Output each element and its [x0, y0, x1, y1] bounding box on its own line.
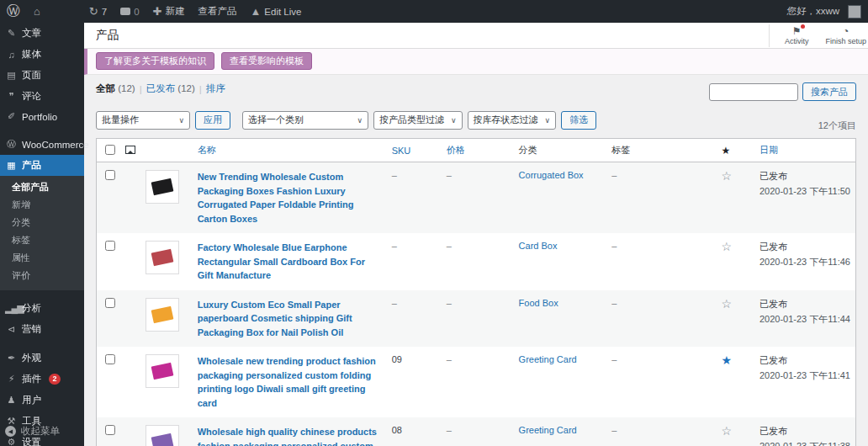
sku-value: – [392, 241, 397, 251]
submenu-item[interactable]: 标签 [0, 231, 84, 249]
view-all-label: 全部 [96, 83, 115, 93]
bulk-action-select[interactable]: 批量操作 ∨ [96, 111, 190, 130]
plus-icon: ✚ [153, 6, 162, 17]
featured-star-outline-icon[interactable]: ☆ [722, 169, 733, 183]
submenu-item[interactable]: 新增 [0, 196, 84, 214]
updates-icon: ↻ [89, 6, 98, 17]
sidebar-item-comments[interactable]: ❞评论 [0, 86, 84, 107]
sidebar-item-users[interactable]: ♟用户 [0, 390, 84, 411]
category-filter-select[interactable]: 选择一个类别 ∨ [242, 111, 368, 130]
table-header-row: 名称 SKU 价格 分类 标签 ★ 日期 [97, 139, 856, 162]
media-icon: ♫ [5, 50, 17, 60]
column-featured-star-icon: ★ [717, 139, 754, 162]
row-checkbox[interactable] [105, 354, 115, 364]
view-products-link[interactable]: 查看产品 [191, 0, 243, 23]
products-table: 名称 SKU 价格 分类 标签 ★ 日期 New Trending Wholes… [96, 138, 856, 446]
sidebar-item-analytics[interactable]: ▂▄▆分析 [0, 298, 84, 319]
column-sku[interactable]: SKU [387, 139, 442, 162]
finish-setup-button[interactable]: ◔ Finish setup [825, 26, 866, 45]
wordpress-menu[interactable]: Ⓦ [0, 0, 27, 23]
comments-link[interactable]: 0 [114, 0, 146, 23]
product-thumbnail[interactable] [146, 241, 179, 274]
view-published-label: 已发布 [146, 83, 176, 93]
edit-live-link[interactable]: ▲ Edit Live [243, 0, 308, 23]
product-name-link[interactable]: Factory Wholesale Blue Earphone Rectangu… [198, 241, 382, 283]
featured-star-filled-icon[interactable]: ★ [722, 353, 733, 367]
admin-sidebar: ✎文章♫媒体▤页面❞评论✐PortfolioⓌWooCommerce▦产品全部产… [0, 23, 84, 446]
product-name-link[interactable]: Wholesale new trending product fashion p… [198, 354, 382, 410]
product-name-link[interactable]: Luxury Custom Eco Small Paper paperboard… [198, 298, 382, 340]
submenu-item[interactable]: 分类 [0, 214, 84, 231]
sidebar-item-appearance[interactable]: ✒外观 [0, 348, 84, 369]
stock-status-filter-value: 按库存状态过滤 [474, 114, 538, 126]
sku-value: – [392, 170, 397, 180]
new-content-label: 新建 [165, 5, 184, 18]
row-checkbox[interactable] [105, 241, 115, 251]
view-sorting-link[interactable]: 排序 [206, 82, 225, 95]
sidebar-item-products[interactable]: ▦产品 [0, 155, 84, 176]
collapse-arrow-icon: ◀ [5, 426, 16, 437]
search-input[interactable] [709, 83, 798, 101]
category-link[interactable]: Greeting Card [519, 354, 577, 364]
apply-button[interactable]: 应用 [195, 111, 230, 130]
sidebar-item-label: 页面 [22, 69, 41, 82]
submenu-item[interactable]: 全部产品 [0, 178, 84, 196]
sidebar-item-plugins[interactable]: ⚡插件2 [0, 369, 84, 390]
featured-star-outline-icon[interactable]: ☆ [722, 240, 733, 253]
sidebar-item-label: 评论 [22, 90, 41, 103]
column-price[interactable]: 价格 [442, 139, 514, 162]
sidebar-item-media[interactable]: ♫媒体 [0, 44, 84, 65]
price-value: – [447, 354, 452, 364]
category-link[interactable]: Food Box [519, 298, 558, 308]
category-link[interactable]: Greeting Card [519, 425, 577, 435]
product-thumbnail[interactable] [146, 298, 179, 332]
home-icon: ⌂ [34, 6, 40, 17]
activity-panel: ⚑ Activity ◔ Finish setup [769, 24, 868, 47]
finish-setup-label: Finish setup [825, 37, 866, 45]
activity-button[interactable]: ⚑ Activity [785, 26, 809, 45]
product-thumbnail[interactable] [146, 170, 179, 204]
view-all-link[interactable]: 全部 (12) [96, 82, 135, 95]
sidebar-item-marketing[interactable]: ⊲营销 [0, 319, 84, 340]
collapse-menu-button[interactable]: ◀ 收起菜单 [0, 421, 84, 442]
sidebar-item-pages[interactable]: ▤页面 [0, 65, 84, 86]
sidebar-item-woocommerce[interactable]: ⓌWooCommerce [0, 134, 84, 155]
site-home-link[interactable]: ⌂ [27, 0, 47, 23]
product-thumbnail[interactable] [146, 425, 179, 446]
new-content-link[interactable]: ✚ 新建 [146, 0, 192, 23]
stock-status-filter-select[interactable]: 按库存状态过滤 ∨ [468, 111, 557, 130]
product-type-filter-select[interactable]: 按产品类型过滤 ∨ [373, 111, 463, 130]
search-products-button[interactable]: 搜索产品 [802, 82, 856, 101]
featured-star-outline-icon[interactable]: ☆ [722, 297, 733, 311]
category-filter-value: 选择一个类别 [248, 114, 304, 126]
column-name[interactable]: 名称 [193, 139, 387, 162]
product-name-link[interactable]: New Trending Wholesale Custom Packaging … [198, 170, 382, 226]
price-value: – [447, 170, 452, 180]
sidebar-item-portfolio[interactable]: ✐Portfolio [0, 107, 84, 126]
submenu-item[interactable]: 评价 [0, 267, 84, 284]
row-checkbox[interactable] [105, 425, 115, 435]
price-value: – [447, 298, 452, 308]
learn-more-templates-button[interactable]: 了解更多关于模板的知识 [96, 52, 214, 70]
column-date[interactable]: 日期 [754, 139, 856, 162]
row-checkbox[interactable] [105, 170, 115, 180]
updates-link[interactable]: ↻ 7 [82, 0, 114, 23]
publish-date: 2020-01-23 下午11:44 [760, 313, 850, 326]
item-count: 12个项目 [818, 108, 856, 132]
avatar [848, 5, 861, 19]
product-thumbnail[interactable] [146, 354, 179, 388]
category-link[interactable]: Corrugated Box [519, 170, 584, 180]
select-all-checkbox[interactable] [105, 145, 115, 155]
featured-star-outline-icon[interactable]: ☆ [722, 424, 733, 438]
view-affected-templates-button[interactable]: 查看受影响的模板 [221, 52, 312, 70]
view-separator: | [140, 84, 142, 94]
sidebar-item-posts[interactable]: ✎文章 [0, 23, 84, 44]
filter-button[interactable]: 筛选 [561, 111, 596, 130]
search-box: 搜索产品 [709, 82, 856, 101]
category-link[interactable]: Card Box [519, 241, 558, 251]
product-name-link[interactable]: Wholesale high quality chinese products … [198, 425, 382, 446]
row-checkbox[interactable] [105, 298, 115, 308]
view-published-link[interactable]: 已发布 (12) [146, 82, 195, 95]
account-menu[interactable]: 您好，xxww [780, 5, 868, 19]
submenu-item[interactable]: 属性 [0, 249, 84, 267]
